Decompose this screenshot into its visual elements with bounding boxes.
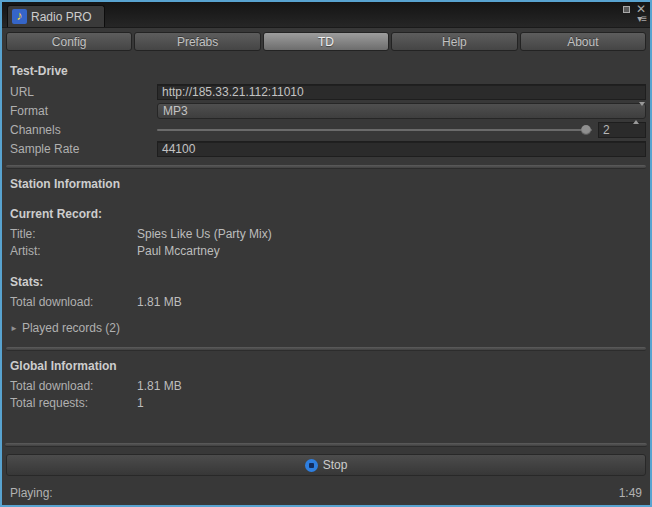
foldout-arrow-icon: ►: [10, 324, 18, 333]
playing-time: 1:49: [619, 486, 642, 500]
sample-rate-row: Sample Rate 44100: [10, 141, 646, 157]
global-total-download-label: Total download:: [10, 379, 137, 393]
record-artist-row: Artist: Paul Mccartney: [10, 244, 646, 258]
tab-config[interactable]: Config: [6, 32, 132, 51]
title-bar: ♪ Radio PRO ✕ ▾≡: [2, 2, 650, 28]
played-records-label: Played records (2): [22, 321, 120, 335]
tab-help[interactable]: Help: [391, 32, 517, 51]
radio-pro-window: ♪ Radio PRO ✕ ▾≡ Config Prefabs TD Help …: [0, 0, 652, 507]
format-row: Format MP3: [10, 103, 646, 119]
record-artist-value: Paul Mccartney: [137, 244, 220, 258]
station-info-heading: Station Information: [10, 177, 646, 191]
maximize-icon[interactable]: [623, 6, 630, 13]
window-controls: ✕ ▾≡: [623, 4, 646, 24]
slider-track: [157, 129, 592, 131]
test-drive-heading: Test-Drive: [10, 64, 646, 78]
music-note-icon: ♪: [12, 9, 27, 24]
player-footer: Stop Playing: 1:49: [2, 443, 650, 505]
stats-total-download-value: 1.81 MB: [137, 295, 182, 309]
playing-status-label: Playing:: [10, 486, 53, 500]
global-total-download-row: Total download: 1.81 MB: [10, 379, 646, 393]
format-label: Format: [10, 104, 157, 118]
record-title-label: Title:: [10, 227, 137, 241]
channels-row: Channels 2: [10, 122, 646, 138]
window-menu-icon[interactable]: ▾≡: [637, 14, 646, 24]
stats-heading: Stats:: [10, 275, 646, 289]
record-title-row: Title: Spies Like Us (Party Mix): [10, 227, 646, 241]
tab-about[interactable]: About: [520, 32, 646, 51]
status-bar: Playing: 1:49: [2, 480, 650, 505]
footer-divider: [5, 443, 647, 447]
format-dropdown[interactable]: MP3: [157, 103, 646, 119]
global-total-requests-value: 1: [137, 396, 144, 410]
global-total-requests-label: Total requests:: [10, 396, 137, 410]
tab-bar: Config Prefabs TD Help About: [2, 28, 650, 54]
sample-rate-label: Sample Rate: [10, 142, 157, 156]
stop-button[interactable]: Stop: [6, 454, 646, 476]
stats-total-download-label: Total download:: [10, 295, 137, 309]
section-divider: [6, 165, 646, 169]
tab-prefabs[interactable]: Prefabs: [134, 32, 260, 51]
record-artist-label: Artist:: [10, 244, 137, 258]
window-title: Radio PRO: [31, 10, 92, 24]
window-tab-radio-pro[interactable]: ♪ Radio PRO: [7, 5, 105, 27]
stop-icon: [305, 459, 318, 472]
global-total-download-value: 1.81 MB: [137, 379, 182, 393]
played-records-foldout[interactable]: ► Played records (2): [10, 321, 646, 335]
slider-knob[interactable]: [581, 125, 591, 135]
channels-slider[interactable]: [157, 122, 592, 138]
channels-label: Channels: [10, 123, 157, 137]
current-record-heading: Current Record:: [10, 207, 646, 221]
main-content: Test-Drive URL http://185.33.21.112:1101…: [2, 54, 650, 410]
channels-value-input[interactable]: 2: [598, 122, 646, 138]
global-total-requests-row: Total requests: 1: [10, 396, 646, 410]
url-label: URL: [10, 85, 157, 99]
dropdown-arrows-icon: [633, 106, 641, 120]
format-selected-value: MP3: [163, 104, 188, 118]
url-input[interactable]: http://185.33.21.112:11010: [157, 84, 646, 100]
sample-rate-input[interactable]: 44100: [157, 141, 646, 157]
section-divider: [6, 347, 646, 351]
url-row: URL http://185.33.21.112:11010: [10, 84, 646, 100]
tab-td[interactable]: TD: [263, 32, 389, 51]
stop-button-label: Stop: [323, 458, 348, 472]
stats-total-download-row: Total download: 1.81 MB: [10, 295, 646, 309]
global-info-heading: Global Information: [10, 359, 646, 373]
record-title-value: Spies Like Us (Party Mix): [137, 227, 272, 241]
